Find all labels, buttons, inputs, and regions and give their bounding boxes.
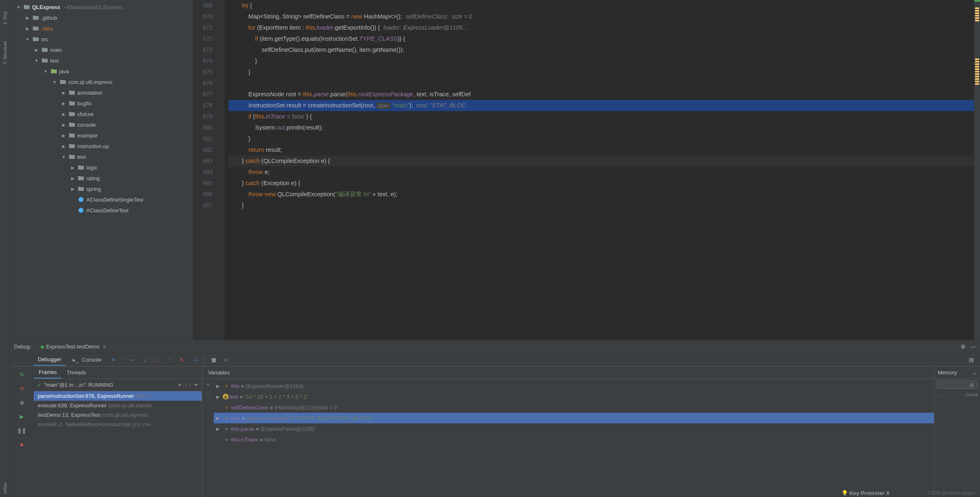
pause-icon[interactable]: ❚❚ [17,426,26,435]
tree-item[interactable]: ▼ test [10,151,193,162]
dropdown-icon[interactable]: ▾ [178,382,181,388]
gear-icon[interactable]: ⚙ [969,382,974,388]
frames-tab[interactable]: Frames [34,367,62,379]
tree-item[interactable]: ▼ com.ql.util.express [10,77,193,87]
tree-arrow-icon[interactable]: ▶ [61,100,67,106]
code-line[interactable]: } catch (Exception e) { [229,178,974,189]
play-icon[interactable]: ▶ [17,412,26,421]
drop-frame-icon[interactable]: ↯ [178,355,187,365]
tree-arrow-icon[interactable]: ▶ [61,111,67,117]
tree-root[interactable]: ▼ QLExpress ~/Downloads/QLExpress [10,2,193,12]
code-line[interactable]: if (this.isTrace = false ) { [229,111,974,122]
frame-item[interactable]: parseInstructionSet:678, ExpressRunner (… [34,391,202,401]
tree-item[interactable]: ▶ example [10,130,193,141]
structure-tool-tab[interactable]: 7: Structure [2,41,7,65]
tree-arrow-icon[interactable]: ▶ [61,143,67,149]
view-breakpoints-icon[interactable]: ⊚ [17,398,26,407]
chevron-down-icon[interactable]: ▼ [16,4,21,10]
evaluate-icon[interactable]: ▦ [209,355,218,365]
filter-icon[interactable]: ⏷ [193,382,199,388]
expand-arrow-icon[interactable]: ▶ [216,384,222,388]
tree-arrow-icon[interactable]: ▶ [61,90,67,95]
tree-arrow-icon[interactable]: ▶ [25,15,30,21]
key-promoter-popup[interactable]: 💡 Key Promoter X [841,490,890,496]
tree-item[interactable]: ▶ .idea [10,23,193,34]
tree-item[interactable]: ▶ logic [10,162,193,173]
tree-arrow-icon[interactable]: ▶ [25,26,30,31]
favorites-tool-tab[interactable]: orites [2,483,7,494]
code-line[interactable]: } catch (QLCompileException e) { [229,156,974,167]
code-line[interactable]: throw e; [229,167,974,178]
tree-arrow-icon[interactable]: ▼ [43,68,49,74]
variable-row[interactable]: ▶∞this.parse = {ExpressParse@1106} [214,423,934,434]
memory-header[interactable]: Memory [938,369,957,376]
code-line[interactable]: System.out.println(result); [229,122,974,133]
code-line[interactable] [229,78,974,89]
tree-arrow-icon[interactable]: ▶ [61,132,67,138]
variable-rows[interactable]: ▶≡this = {ExpressRunner@1104}▶ptext = "1… [214,379,934,497]
resume-icon[interactable]: ⟲ [17,384,26,393]
frame-item[interactable]: invoke0:-1, NativeMethodAccessorImpl (jd… [34,420,202,429]
tree-item[interactable]: ▼ java [10,66,193,77]
tree-item[interactable]: ▼ src [10,34,193,44]
tree-arrow-icon[interactable]: ▼ [25,36,30,42]
tree-arrow-icon[interactable] [70,197,76,202]
editor[interactable]: 6696706716726736746756766776786796806816… [193,0,980,340]
tree-item[interactable]: ▶ cfuture [10,109,193,119]
tree-item[interactable]: ▼ test [10,55,193,66]
step-into-icon[interactable]: ↓ [141,355,150,365]
debugger-tab[interactable]: Debugger [34,354,65,366]
trace-icon[interactable]: ≣ [222,355,231,365]
tree-arrow-icon[interactable]: ▼ [52,79,58,85]
stop-icon[interactable]: ■ [17,440,26,449]
tree-item[interactable]: ▶ spring [10,183,193,194]
minimize-icon[interactable]: — [971,344,976,350]
gear-icon[interactable]: ⚙ [961,344,966,350]
frame-list[interactable]: parseInstructionSet:678, ExpressRunner (… [34,391,202,497]
tree-arrow-icon[interactable]: ▶ [34,47,39,53]
code-line[interactable]: } [229,56,974,67]
code-line[interactable]: throw new QLCompileException("编译异常:\n" +… [229,189,974,200]
tree-arrow-icon[interactable]: ▼ [34,58,39,63]
tree-item[interactable]: AClassDefineTest [10,205,193,216]
console-tab[interactable]: ▸_ Console [69,354,106,365]
code-line[interactable]: selfDefineClass.put(item.getName(), item… [229,44,974,56]
tree-item[interactable]: ▶ rating [10,173,193,183]
tree-item[interactable]: ▶ .github [10,12,193,23]
right-marker-strip[interactable] [974,0,980,340]
rerun-icon[interactable]: ↻ [17,370,26,379]
tree-arrow-icon[interactable] [70,207,76,213]
tree-arrow-icon[interactable]: ▶ [61,122,67,128]
close-icon[interactable]: × [103,344,106,350]
debug-run-tab[interactable]: ◆ ExpressTest.testDemo × [37,340,109,353]
tree-item[interactable]: ▶ annotation [10,87,193,98]
expand-arrow-icon[interactable]: ▶ [216,427,222,431]
tree-arrow-icon[interactable]: ▶ [70,165,76,170]
step-out-icon[interactable]: ↑ [165,355,174,365]
code-line[interactable]: return result; [229,144,974,156]
fold-gutter[interactable] [217,0,224,340]
chevron-down-icon[interactable]: ⌄ [972,369,977,376]
variable-row[interactable]: ≡selfDefineClass = {HashMap@1115} size =… [214,402,934,413]
next-frame-icon[interactable]: ↓ [189,382,192,388]
tree-arrow-icon[interactable]: ▶ [70,175,76,181]
frame-item[interactable]: execute:639, ExpressRunner (com.ql.util.… [34,401,202,410]
code-line[interactable]: } [229,67,974,78]
remove-watch-icon[interactable]: − [206,391,210,397]
threads-tab[interactable]: Threads [62,367,91,378]
code-area[interactable]: try { Map<String, String> selfDefineClas… [224,0,974,340]
frame-item[interactable]: testDemo:13, ExpressTest (com.ql.util.ex… [34,410,202,420]
prev-frame-icon[interactable]: ↑ [185,382,187,388]
code-line[interactable]: } [229,133,974,144]
code-line[interactable]: for (ExportItem item : this.loader.getEx… [229,22,974,33]
step-over-icon[interactable]: ⤻ [128,355,137,365]
variable-row[interactable]: ▶≡this = {ExpressRunner@1104} [214,381,934,391]
code-line[interactable]: } [229,200,974,211]
tree-item[interactable]: ▶ main [10,44,193,55]
tree-item[interactable]: ▶ instruction.op [10,141,193,151]
add-watch-icon[interactable]: + [206,381,210,388]
tree-item[interactable]: ▶ bugfix [10,98,193,109]
tree-item[interactable]: AClassDefineSingleTest [10,194,193,205]
expand-arrow-icon[interactable]: ▶ [216,395,222,399]
expand-arrow-icon[interactable]: ▶ [216,416,222,420]
